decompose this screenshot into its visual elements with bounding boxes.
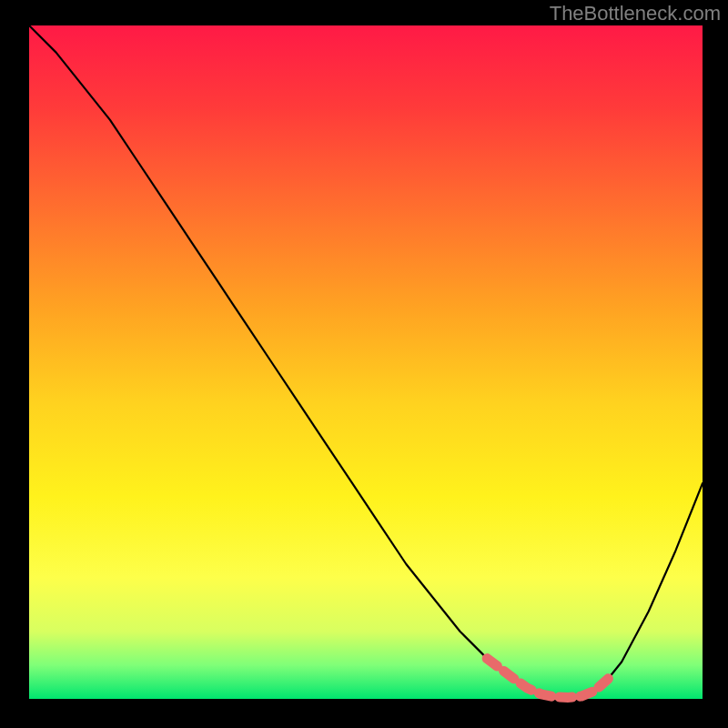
watermark-text: TheBottleneck.com xyxy=(550,2,721,25)
curve-svg xyxy=(29,25,703,699)
plot-area xyxy=(29,25,703,699)
bottleneck-curve xyxy=(29,25,703,698)
bottleneck-highlight xyxy=(487,659,608,698)
chart-container: TheBottleneck.com xyxy=(0,0,728,728)
